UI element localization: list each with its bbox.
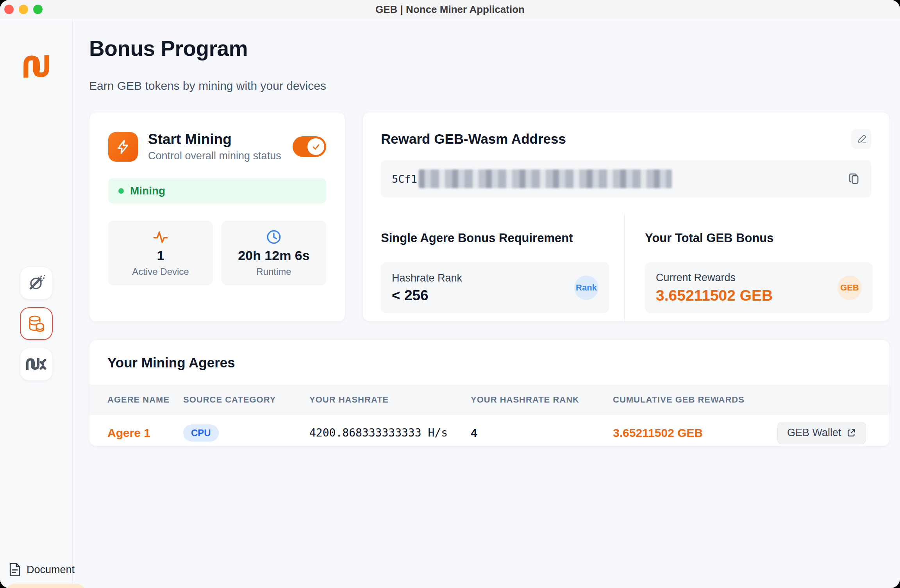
- runtime-value: 20h 12m 6s: [238, 248, 309, 263]
- app-window: GEB | Nonce Miner Application: [0, 0, 900, 588]
- zoom-window-button[interactable]: [33, 5, 43, 14]
- col-your-hashrate: YOUR HASHRATE: [309, 395, 471, 405]
- geb-wallet-button[interactable]: GEB Wallet: [777, 422, 866, 444]
- check-icon: [311, 142, 321, 151]
- toggle-knob: [307, 138, 324, 155]
- mining-card-title: Start Mining: [148, 131, 281, 148]
- sidebar-item-miner[interactable]: [20, 267, 53, 299]
- mining-pickaxe-icon: [27, 274, 45, 292]
- active-device-value: 1: [157, 248, 164, 263]
- mining-ageres-card: Your Mining Ageres AGERE NAME SOURCE CAT…: [89, 340, 890, 446]
- document-icon: [9, 563, 21, 577]
- reward-card-title: Reward GEB-Wasm Address: [381, 131, 566, 147]
- geb-wallet-label: GEB Wallet: [787, 427, 841, 439]
- runtime-stat: 20h 12m 6s Runtime: [221, 221, 326, 285]
- active-device-stat: 1 Active Device: [108, 221, 213, 285]
- hashrate-rank-cell: 4: [471, 426, 613, 440]
- table-header-row: AGERE NAME SOURCE CATEGORY YOUR HASHRATE…: [89, 385, 889, 415]
- hashrate-rank-value: < 256: [392, 287, 462, 304]
- sidebar-item-bonus-program[interactable]: [20, 307, 53, 340]
- sidebar-item-nx[interactable]: [20, 348, 53, 381]
- hashrate-cell: 4200.868333333333 H/s: [309, 426, 471, 439]
- rank-badge: Rank: [574, 276, 598, 300]
- requirement-title: Single Agere Bonus Requirement: [381, 231, 609, 245]
- document-label: Document: [27, 564, 75, 576]
- window-title: GEB | Nonce Miner Application: [375, 4, 525, 16]
- reward-address-card: Reward GEB-Wasm Address 5Cf1 Singl: [362, 112, 890, 322]
- current-rewards-value: 3.65211502 GEB: [656, 287, 773, 304]
- close-window-button[interactable]: [4, 5, 14, 14]
- status-dot: [118, 188, 124, 194]
- edit-address-button[interactable]: [851, 129, 871, 149]
- hashrate-rank-card: Hashrate Rank < 256 Rank: [381, 262, 609, 313]
- titlebar: GEB | Nonce Miner Application: [0, 0, 900, 19]
- dashboard-link[interactable]: Dashboard: [5, 584, 86, 588]
- page-subtitle: Earn GEB tokens by mining with your devi…: [89, 79, 326, 93]
- sidebar: Document Dashboard: [0, 19, 73, 588]
- external-link-icon: [846, 428, 856, 438]
- table-row: Agere 1 CPU 4200.868333333333 H/s 4 3.65…: [89, 415, 889, 446]
- traffic-lights: [4, 5, 43, 14]
- geb-badge: GEB: [838, 276, 862, 300]
- mining-card-subtitle: Control overall mining status: [148, 150, 281, 162]
- current-rewards-card: Current Rewards 3.65211502 GEB GEB: [645, 262, 873, 313]
- active-device-label: Active Device: [132, 266, 189, 277]
- mining-toggle[interactable]: [293, 136, 326, 157]
- app-logo-icon: [22, 55, 50, 79]
- hashrate-rank-label: Hashrate Rank: [392, 272, 462, 284]
- col-agere-name: AGERE NAME: [89, 395, 183, 405]
- runtime-label: Runtime: [256, 266, 291, 277]
- current-rewards-label: Current Rewards: [656, 272, 773, 284]
- wallet-address-redacted: [419, 169, 672, 188]
- mining-status-badge: Mining: [108, 178, 326, 203]
- col-hashrate-rank: YOUR HASHRATE RANK: [471, 395, 613, 405]
- minimize-window-button[interactable]: [19, 5, 28, 14]
- lightning-icon: [108, 132, 138, 162]
- start-mining-card: Start Mining Control overall mining stat…: [89, 112, 345, 322]
- clock-icon: [266, 229, 282, 245]
- nx-logo-icon: [26, 358, 47, 371]
- copy-icon: [848, 172, 861, 185]
- copy-address-button[interactable]: [848, 172, 861, 185]
- wallet-address-prefix: 5Cf1: [392, 173, 417, 185]
- edit-pencil-icon: [855, 133, 867, 145]
- activity-icon: [153, 229, 168, 245]
- col-cumulative-rewards: CUMULATIVE GEB REWARDS: [613, 395, 777, 405]
- agere-name-cell[interactable]: Agere 1: [89, 426, 183, 440]
- total-bonus-title: Your Total GEB Bonus: [645, 231, 873, 245]
- cpu-badge: CPU: [183, 424, 219, 442]
- page-title: Bonus Program: [89, 36, 248, 61]
- database-icon: [27, 314, 46, 333]
- source-category-cell: CPU: [183, 424, 309, 442]
- table-title: Your Mining Ageres: [89, 340, 889, 371]
- status-label: Mining: [130, 185, 165, 197]
- col-source-category: SOURCE CATEGORY: [183, 395, 309, 405]
- wallet-address-field: 5Cf1: [381, 160, 871, 198]
- document-link[interactable]: Document: [9, 563, 75, 577]
- rewards-cell: 3.65211502 GEB: [613, 426, 777, 440]
- section-divider: [624, 213, 625, 321]
